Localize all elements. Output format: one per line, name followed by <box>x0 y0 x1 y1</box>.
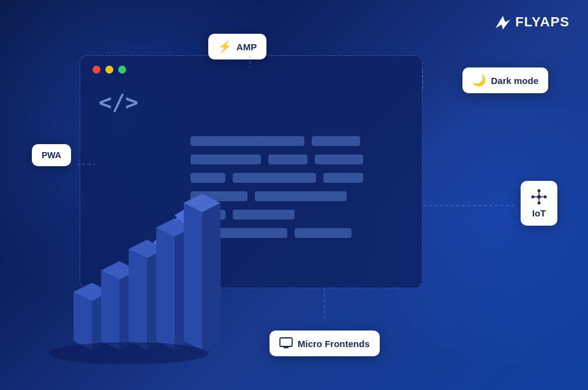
svg-point-22 <box>532 196 535 199</box>
badge-iot: IoT <box>521 181 557 226</box>
svg-marker-17 <box>184 203 202 350</box>
svg-marker-14 <box>156 228 175 350</box>
dark-mode-icon: 🌙 <box>472 74 486 87</box>
flyaps-arrow-icon <box>494 13 511 31</box>
svg-marker-5 <box>74 292 92 350</box>
badge-iot-label: IoT <box>532 208 546 218</box>
svg-marker-0 <box>496 16 510 29</box>
svg-marker-16 <box>202 203 221 350</box>
line-block <box>233 173 316 183</box>
line-row-2 <box>190 155 410 164</box>
line-block <box>295 228 352 238</box>
line-block <box>190 155 261 164</box>
line-block <box>323 173 363 183</box>
pwa-icon: PWA <box>42 150 61 160</box>
svg-point-23 <box>544 196 547 199</box>
iot-icon <box>530 188 548 205</box>
dot-yellow <box>105 66 113 74</box>
iso-bar-chart <box>31 169 227 378</box>
background: FLYAPS </> <box>0 0 588 390</box>
amp-icon: ⚡ <box>218 40 232 53</box>
code-symbol: </> <box>99 90 138 115</box>
badge-amp: ⚡ AMP <box>208 34 266 59</box>
svg-marker-11 <box>129 249 147 350</box>
badge-micro-frontends-label: Micro Frontends <box>298 338 370 349</box>
badge-dark-mode: 🌙 Dark mode <box>462 67 548 93</box>
badge-dark-mode-label: Dark mode <box>491 75 538 86</box>
line-block <box>315 155 363 164</box>
line-block <box>190 136 304 146</box>
badge-pwa: PWA <box>32 144 71 166</box>
dot-green <box>118 66 126 74</box>
browser-dots <box>92 66 126 74</box>
line-block <box>233 210 294 220</box>
svg-point-18 <box>49 342 208 364</box>
badge-amp-label: AMP <box>236 42 257 52</box>
dot-red <box>92 66 100 74</box>
flyaps-brand-name: FLYAPS <box>515 14 570 30</box>
svg-point-21 <box>538 202 541 205</box>
monitor-icon <box>279 337 293 350</box>
badge-micro-frontends: Micro Frontends <box>270 331 380 356</box>
line-block <box>255 191 347 201</box>
svg-point-20 <box>538 189 541 193</box>
line-block <box>268 155 307 164</box>
flyaps-logo: FLYAPS <box>494 13 570 31</box>
line-row-1 <box>190 136 410 146</box>
svg-rect-28 <box>280 338 292 346</box>
line-block <box>312 136 360 146</box>
svg-marker-8 <box>101 270 119 350</box>
